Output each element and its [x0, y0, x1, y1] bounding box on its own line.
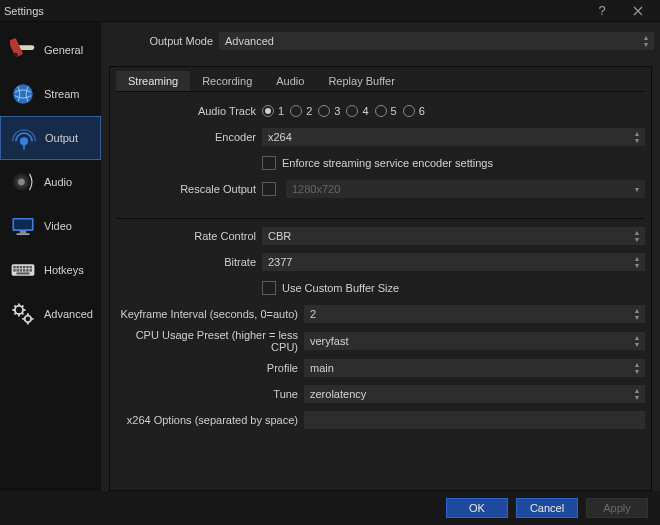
keyframe-input[interactable]: 2▲▼ — [304, 305, 645, 323]
audio-track-5[interactable]: 5 — [375, 105, 397, 117]
svg-rect-19 — [13, 269, 15, 271]
svg-rect-15 — [20, 266, 22, 268]
encoder-select[interactable]: x264▲▼ — [262, 128, 645, 146]
radio-icon — [375, 105, 387, 117]
tune-label: Tune — [116, 388, 298, 400]
output-mode-select[interactable]: Advanced ▲▼ — [219, 32, 654, 50]
rate-control-label: Rate Control — [116, 230, 256, 242]
cpu-preset-label: CPU Usage Preset (higher = less CPU) — [116, 329, 298, 353]
encoder-label: Encoder — [116, 131, 256, 143]
cpu-preset-select[interactable]: veryfast▲▼ — [304, 332, 645, 350]
x264opts-label: x264 Options (separated by space) — [116, 414, 298, 426]
main-panel: Output Mode Advanced ▲▼ Streaming Record… — [101, 22, 660, 491]
sidebar-item-label: General — [44, 44, 83, 56]
svg-rect-20 — [17, 269, 19, 271]
svg-rect-21 — [20, 269, 22, 271]
svg-rect-11 — [17, 233, 30, 235]
svg-rect-13 — [13, 266, 15, 268]
svg-rect-17 — [26, 266, 28, 268]
sidebar-item-audio[interactable]: Audio — [0, 160, 101, 204]
bitrate-label: Bitrate — [116, 256, 256, 268]
radio-icon — [318, 105, 330, 117]
updown-icon: ▲▼ — [632, 305, 642, 323]
svg-rect-10 — [20, 231, 27, 233]
rescale-checkbox[interactable] — [262, 182, 276, 196]
updown-icon: ▲▼ — [632, 385, 642, 403]
advanced-icon — [10, 301, 36, 327]
audio-track-label: Audio Track — [116, 105, 256, 117]
footer: OK Cancel Apply — [0, 491, 660, 525]
updown-icon: ▲▼ — [641, 32, 651, 50]
radio-icon — [262, 105, 274, 117]
profile-label: Profile — [116, 362, 298, 374]
rate-control-select[interactable]: CBR▲▼ — [262, 227, 645, 245]
sidebar-item-label: Output — [45, 132, 78, 144]
sidebar-item-hotkeys[interactable]: Hotkeys — [0, 248, 101, 292]
svg-rect-24 — [30, 269, 32, 271]
sidebar-item-advanced[interactable]: Advanced — [0, 292, 101, 336]
close-icon — [633, 6, 643, 16]
audio-icon — [10, 169, 36, 195]
updown-icon: ▲▼ — [632, 359, 642, 377]
tab-streaming[interactable]: Streaming — [116, 71, 190, 91]
general-icon — [10, 37, 36, 63]
sidebar-item-label: Audio — [44, 176, 72, 188]
updown-icon: ▲▼ — [632, 128, 642, 146]
svg-rect-16 — [23, 266, 25, 268]
chevron-down-icon: ▾ — [632, 180, 642, 198]
cancel-button[interactable]: Cancel — [516, 498, 578, 518]
audio-track-6[interactable]: 6 — [403, 105, 425, 117]
svg-point-2 — [14, 53, 18, 57]
audio-track-1[interactable]: 1 — [262, 105, 284, 117]
svg-rect-14 — [17, 266, 19, 268]
tab-recording[interactable]: Recording — [190, 71, 264, 91]
radio-icon — [346, 105, 358, 117]
profile-select[interactable]: main▲▼ — [304, 359, 645, 377]
close-button[interactable] — [620, 0, 656, 22]
updown-icon: ▲▼ — [632, 253, 642, 271]
window-title: Settings — [4, 5, 584, 17]
apply-button: Apply — [586, 498, 648, 518]
enforce-label: Enforce streaming service encoder settin… — [282, 157, 493, 169]
audio-track-group: 1 2 3 4 5 6 — [262, 105, 645, 117]
tune-select[interactable]: zerolatency▲▼ — [304, 385, 645, 403]
sidebar-item-general[interactable]: General — [0, 28, 101, 72]
keyframe-label: Keyframe Interval (seconds, 0=auto) — [116, 308, 298, 320]
rescale-label: Rescale Output — [116, 183, 256, 195]
sidebar-item-video[interactable]: Video — [0, 204, 101, 248]
svg-point-4 — [20, 137, 28, 145]
audio-track-2[interactable]: 2 — [290, 105, 312, 117]
audio-track-3[interactable]: 3 — [318, 105, 340, 117]
custom-buffer-label: Use Custom Buffer Size — [282, 282, 399, 294]
sidebar: General Stream Output — [0, 22, 101, 491]
custom-buffer-checkbox[interactable] — [262, 281, 276, 295]
x264opts-input[interactable] — [304, 411, 645, 429]
radio-icon — [403, 105, 415, 117]
video-icon — [10, 213, 36, 239]
svg-rect-9 — [14, 220, 32, 230]
bitrate-input[interactable]: 2377▲▼ — [262, 253, 645, 271]
output-tabs: Streaming Recording Audio Replay Buffer — [116, 71, 645, 92]
ok-button[interactable]: OK — [446, 498, 508, 518]
hotkeys-icon — [10, 257, 36, 283]
svg-point-7 — [18, 179, 25, 186]
stream-icon — [10, 81, 36, 107]
sidebar-item-stream[interactable]: Stream — [0, 72, 101, 116]
updown-icon: ▲▼ — [632, 332, 642, 350]
sidebar-item-label: Advanced — [44, 308, 93, 320]
output-mode-label: Output Mode — [107, 35, 213, 47]
svg-rect-23 — [26, 269, 28, 271]
sidebar-item-output[interactable]: Output — [0, 116, 101, 160]
sidebar-item-label: Stream — [44, 88, 79, 100]
svg-rect-22 — [23, 269, 25, 271]
tab-replay-buffer[interactable]: Replay Buffer — [316, 71, 406, 91]
output-icon — [11, 125, 37, 151]
sidebar-item-label: Hotkeys — [44, 264, 84, 276]
radio-icon — [290, 105, 302, 117]
help-button[interactable]: ? — [584, 0, 620, 22]
enforce-checkbox[interactable] — [262, 156, 276, 170]
tab-audio[interactable]: Audio — [264, 71, 316, 91]
output-inner-panel: Streaming Recording Audio Replay Buffer … — [109, 66, 652, 491]
audio-track-4[interactable]: 4 — [346, 105, 368, 117]
updown-icon: ▲▼ — [632, 227, 642, 245]
